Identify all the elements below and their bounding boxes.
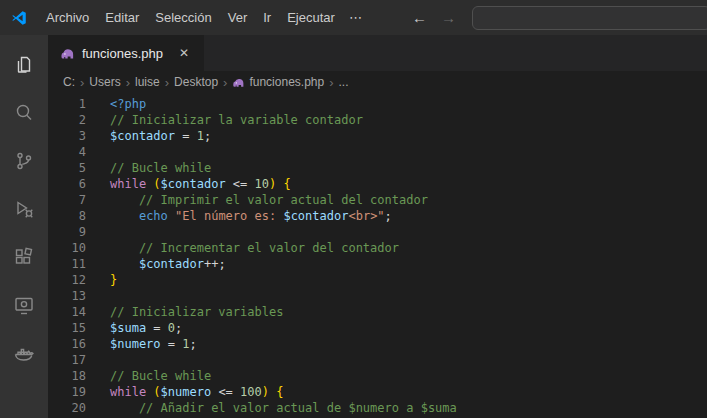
line-number[interactable]: 18 (48, 368, 86, 384)
line-number[interactable]: 17 (48, 352, 86, 368)
code-text: // Incrementar el valor del contador (86, 240, 399, 256)
code-line[interactable]: 16$numero = 1; (48, 336, 707, 352)
close-icon[interactable]: ✕ (176, 45, 192, 61)
line-number[interactable]: 10 (48, 240, 86, 256)
code-line[interactable]: 9 (48, 224, 707, 240)
code-text: while ($numero <= 100) { (86, 384, 283, 400)
code-line[interactable]: 2// Inicializar la variable contador (48, 112, 707, 128)
menu-bar: Archivo Editar Selección Ver Ir Ejecutar… (38, 7, 368, 28)
breadcrumb-file-label: funciones.php (249, 75, 324, 89)
code-text: $contador = 1; (86, 128, 211, 144)
code-area[interactable]: 1<?php2// Inicializar la variable contad… (48, 93, 707, 418)
docker-icon[interactable] (0, 329, 48, 377)
code-line[interactable]: 7 // Imprimir el valor actual del contad… (48, 192, 707, 208)
line-number[interactable]: 12 (48, 272, 86, 288)
menu-ver[interactable]: Ver (220, 7, 256, 28)
code-line[interactable]: 11 $contador++; (48, 256, 707, 272)
code-line[interactable]: 15$suma = 0; (48, 320, 707, 336)
menu-seleccion[interactable]: Selección (147, 7, 219, 28)
chevron-right-icon: › (165, 75, 169, 90)
live-preview-icon[interactable] (0, 281, 48, 329)
source-control-icon[interactable] (0, 137, 48, 185)
extensions-icon[interactable] (0, 233, 48, 281)
code-line[interactable]: 18// Bucle while (48, 368, 707, 384)
line-number[interactable]: 5 (48, 160, 86, 176)
code-line[interactable]: 10 // Incrementar el valor del contador (48, 240, 707, 256)
code-line[interactable]: 19while ($numero <= 100) { (48, 384, 707, 400)
code-text: <?php (86, 96, 146, 112)
code-text: // Inicializar la variable contador (86, 112, 363, 128)
code-line[interactable]: 8 echo "El número es: $contador<br>"; (48, 208, 707, 224)
chevron-right-icon: › (80, 75, 84, 90)
run-debug-icon[interactable] (0, 185, 48, 233)
vscode-logo-icon[interactable] (10, 9, 28, 27)
command-center-search[interactable] (472, 6, 707, 30)
breadcrumb-file[interactable]: funciones.php (232, 75, 324, 89)
breadcrumb-symbol[interactable]: ... (339, 75, 349, 89)
code-text (86, 224, 110, 240)
line-number[interactable]: 15 (48, 320, 86, 336)
line-number[interactable]: 1 (48, 96, 86, 112)
code-line[interactable]: 5// Bucle while (48, 160, 707, 176)
search-icon[interactable] (0, 89, 48, 137)
php-elephant-icon (60, 46, 75, 61)
forward-arrow-icon[interactable]: → (441, 9, 456, 26)
code-text (86, 352, 110, 368)
code-line[interactable]: 3$contador = 1; (48, 128, 707, 144)
breadcrumb-users[interactable]: Users (89, 75, 120, 89)
chevron-right-icon: › (223, 75, 227, 90)
code-text: echo "El número es: $contador<br>"; (86, 208, 392, 224)
title-bar: Archivo Editar Selección Ver Ir Ejecutar… (0, 0, 707, 35)
back-arrow-icon[interactable]: ← (412, 9, 427, 26)
code-text: // Inicializar variables (86, 304, 283, 320)
code-text: // Bucle while (86, 368, 211, 384)
menu-ir[interactable]: Ir (255, 7, 279, 28)
line-number[interactable]: 20 (48, 400, 86, 416)
code-text (86, 288, 110, 304)
code-line[interactable]: 12} (48, 272, 707, 288)
explorer-icon[interactable] (0, 41, 48, 89)
menu-archivo[interactable]: Archivo (38, 7, 97, 28)
php-elephant-icon (232, 76, 245, 89)
line-number[interactable]: 11 (48, 256, 86, 272)
code-line[interactable]: 4 (48, 144, 707, 160)
main-area: funciones.php ✕ C: › Users › luise › Des… (0, 35, 707, 418)
editor-group: funciones.php ✕ C: › Users › luise › Des… (48, 35, 707, 418)
code-text: while ($contador <= 10) { (86, 176, 291, 192)
line-number[interactable]: 16 (48, 336, 86, 352)
tab-bar: funciones.php ✕ (48, 35, 707, 71)
line-number[interactable]: 6 (48, 176, 86, 192)
line-number[interactable]: 8 (48, 208, 86, 224)
line-number[interactable]: 19 (48, 384, 86, 400)
chevron-right-icon: › (126, 75, 130, 90)
activity-bar (0, 35, 48, 418)
line-number[interactable]: 4 (48, 144, 86, 160)
code-line[interactable]: 6while ($contador <= 10) { (48, 176, 707, 192)
code-line[interactable]: 13 (48, 288, 707, 304)
code-text: $contador++; (86, 256, 226, 272)
chevron-right-icon: › (329, 75, 333, 90)
line-number[interactable]: 7 (48, 192, 86, 208)
menu-editar[interactable]: Editar (97, 7, 147, 28)
line-number[interactable]: 9 (48, 224, 86, 240)
code-line[interactable]: 1<?php (48, 96, 707, 112)
tab-funciones-php[interactable]: funciones.php ✕ (48, 35, 204, 71)
line-number[interactable]: 3 (48, 128, 86, 144)
code-text: // Añadir el valor actual de $numero a $… (86, 400, 457, 416)
code-text: // Imprimir el valor actual del contador (86, 192, 428, 208)
code-line[interactable]: 20 // Añadir el valor actual de $numero … (48, 400, 707, 416)
breadcrumb-desktop[interactable]: Desktop (174, 75, 218, 89)
code-line[interactable]: 14// Inicializar variables (48, 304, 707, 320)
breadcrumb-drive[interactable]: C: (63, 75, 75, 89)
code-line[interactable]: 17 (48, 352, 707, 368)
code-text: $suma = 0; (86, 320, 182, 336)
line-number[interactable]: 14 (48, 304, 86, 320)
menu-more-icon[interactable]: ⋯ (343, 7, 368, 28)
breadcrumb-luise[interactable]: luise (135, 75, 160, 89)
breadcrumb: C: › Users › luise › Desktop › funciones… (48, 71, 707, 93)
line-number[interactable]: 13 (48, 288, 86, 304)
tab-label: funciones.php (82, 46, 163, 61)
code-text: // Bucle while (86, 160, 211, 176)
line-number[interactable]: 2 (48, 112, 86, 128)
menu-ejecutar[interactable]: Ejecutar (279, 7, 343, 28)
